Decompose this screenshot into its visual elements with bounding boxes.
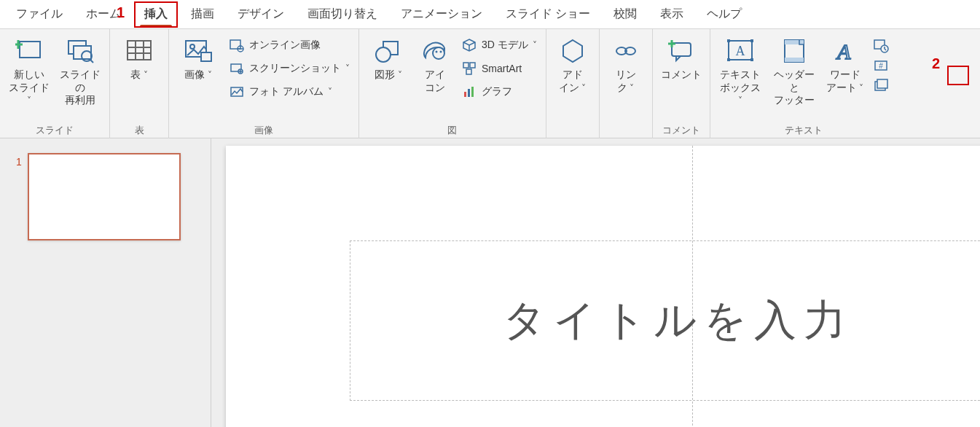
group-illustrations-label: 図	[365, 122, 540, 137]
svg-rect-7	[128, 41, 151, 60]
svg-rect-33	[464, 92, 466, 97]
comment-label: コメント	[661, 68, 702, 82]
group-tables-label: 表	[116, 122, 162, 137]
wordart-icon: A	[831, 36, 860, 66]
group-tables: 表 表	[110, 29, 169, 138]
svg-text:#: #	[879, 62, 883, 70]
link-icon	[611, 36, 640, 66]
svg-rect-14	[201, 52, 211, 61]
object-button[interactable]	[872, 77, 890, 95]
reuse-slides-label: スライドの 再利用	[58, 68, 102, 107]
icons-label: アイ コン	[425, 68, 445, 94]
svg-marker-36	[563, 40, 582, 62]
svg-point-27	[440, 51, 442, 53]
svg-rect-47	[750, 58, 753, 61]
3d-models-button[interactable]: 3D モデル	[458, 34, 540, 57]
group-illustrations: 図形 アイ コン 3D モデル SmartArt グラフ	[359, 29, 546, 138]
tab-design[interactable]: デザイン	[226, 0, 296, 29]
images-icon	[184, 36, 213, 66]
group-comments-label: コメント	[659, 122, 704, 137]
annotation-2: 2	[932, 55, 940, 72]
ribbon-tabs: 1 ファイル ホーム 挿入 描画 デザイン 画面切り替え アニメーション スライ…	[0, 0, 980, 29]
icons-button[interactable]: アイ コン	[416, 34, 454, 94]
reuse-slides-button[interactable]: スライドの 再利用	[57, 34, 103, 107]
new-slide-label: 新しい スライド	[7, 68, 51, 107]
new-slide-button[interactable]: 新しい スライド	[6, 34, 52, 107]
thumbnail-slide-1[interactable]	[28, 153, 181, 240]
chart-button[interactable]: グラフ	[458, 80, 540, 103]
textbox-button[interactable]: A テキスト ボックス	[716, 34, 764, 107]
tab-animation[interactable]: アニメーション	[389, 0, 494, 29]
links-button[interactable]: リン ク	[605, 34, 646, 94]
group-links-label	[605, 136, 646, 137]
screenshot-label: スクリーンショット	[249, 62, 341, 75]
svg-rect-34	[468, 89, 470, 97]
addins-label: アド イン	[559, 68, 586, 94]
screenshot-button[interactable]: スクリーンショット	[226, 57, 353, 80]
comment-button[interactable]: コメント	[659, 34, 704, 82]
3d-models-label: 3D モデル	[482, 39, 528, 52]
headerfooter-button[interactable]: ヘッダーと フッター	[769, 34, 820, 107]
online-images-button[interactable]: オンライン画像	[226, 34, 353, 57]
table-button[interactable]: 表	[116, 34, 162, 82]
table-icon	[125, 36, 154, 66]
svg-rect-44	[727, 39, 730, 42]
online-images-icon	[229, 37, 245, 53]
svg-text:A: A	[836, 39, 851, 63]
images-button[interactable]: 画像	[175, 34, 222, 82]
headerfooter-label: ヘッダーと フッター	[770, 68, 818, 107]
links-label: リン ク	[616, 68, 636, 94]
chart-icon	[461, 84, 477, 100]
svg-rect-59	[877, 79, 887, 88]
headerfooter-icon	[780, 36, 809, 66]
workspace: 1 タイトルを入力	[0, 138, 980, 427]
svg-rect-50	[785, 58, 804, 62]
photo-album-button[interactable]: フォト アルバム	[226, 80, 353, 103]
svg-rect-46	[727, 58, 730, 61]
addins-button[interactable]: アド イン	[552, 34, 593, 94]
tab-view[interactable]: 表示	[648, 0, 695, 29]
tab-review[interactable]: 校閲	[602, 0, 648, 29]
group-links: リン ク	[600, 29, 653, 138]
addins-icon	[558, 36, 587, 66]
svg-line-6	[90, 60, 93, 63]
tab-slideshow[interactable]: スライド ショー	[494, 0, 602, 29]
svg-rect-49	[785, 40, 804, 44]
thumbnail-panel[interactable]: 1	[0, 138, 211, 427]
shapes-button[interactable]: 図形	[365, 34, 412, 82]
slide-area[interactable]: タイトルを入力	[211, 138, 980, 427]
highlight-slidenumber	[947, 66, 969, 85]
svg-text:A: A	[735, 44, 745, 58]
smartart-button[interactable]: SmartArt	[458, 57, 540, 80]
svg-point-13	[190, 44, 195, 49]
slidenumber-button[interactable]: #	[872, 57, 890, 74]
textbox-label: テキスト ボックス	[718, 68, 763, 107]
wordart-label: ワード アート	[826, 68, 863, 94]
images-label: 画像	[184, 68, 211, 82]
annotation-1: 1	[117, 4, 125, 21]
group-images-label: 画像	[175, 122, 353, 137]
thumbnail-row: 1	[16, 153, 202, 240]
ribbon: 新しい スライド スライドの 再利用 スライド 表 表	[0, 29, 980, 138]
chart-label: グラフ	[482, 85, 512, 98]
group-slides-label: スライド	[6, 122, 103, 137]
table-label: 表	[130, 68, 147, 82]
svg-rect-30	[463, 63, 469, 68]
photo-album-label: フォト アルバム	[249, 85, 324, 98]
tab-file[interactable]: ファイル	[4, 0, 74, 29]
tab-help[interactable]: ヘルプ	[695, 0, 753, 29]
tab-insert[interactable]: 挿入	[133, 0, 179, 29]
tab-draw[interactable]: 描画	[179, 0, 226, 29]
title-placeholder[interactable]: タイトルを入力	[350, 240, 980, 401]
tab-transition[interactable]: 画面切り替え	[296, 0, 389, 29]
datetime-button[interactable]	[872, 36, 890, 54]
svg-rect-0	[20, 42, 40, 58]
smartart-icon	[461, 60, 477, 77]
wordart-button[interactable]: A ワード アート	[824, 34, 866, 94]
smartart-label: SmartArt	[482, 63, 522, 74]
group-images: 画像 オンライン画像 スクリーンショット フォト アルバム 画像	[169, 29, 359, 138]
new-slide-icon	[15, 36, 44, 66]
svg-rect-35	[471, 87, 474, 97]
photo-album-icon	[229, 84, 245, 100]
slide-canvas[interactable]: タイトルを入力	[226, 146, 980, 427]
